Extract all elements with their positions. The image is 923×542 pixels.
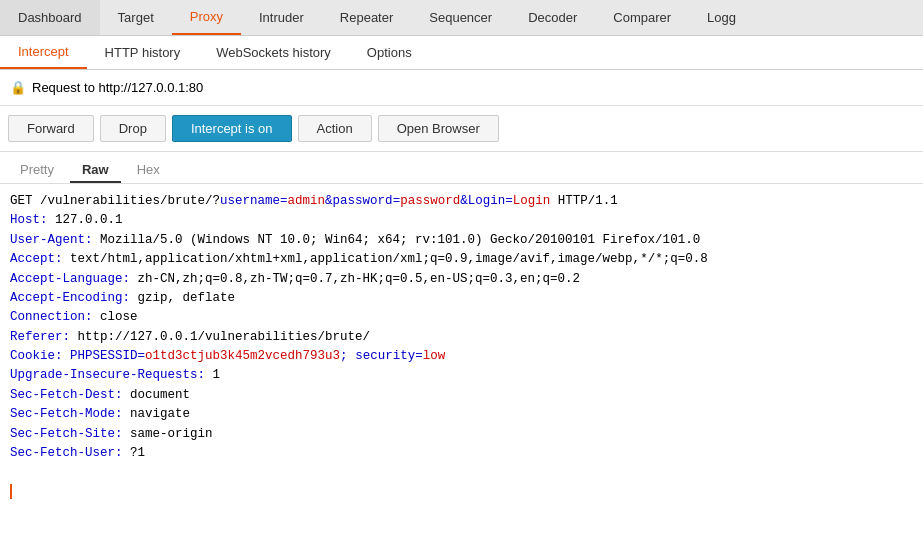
action-button[interactable]: Action xyxy=(298,115,372,142)
header-referer-val: http://127.0.0.1/vulnerabilities/brute/ xyxy=(70,330,370,344)
header-accept-enc-key: Accept-Encoding xyxy=(10,291,123,305)
param-username-val: admin xyxy=(288,194,326,208)
request-bar: 🔒 Request to http://127.0.0.1:80 xyxy=(0,70,923,106)
param-password-key: password xyxy=(333,194,393,208)
cookie-phpsessid-key: PHPSESSID xyxy=(70,349,138,363)
drop-button[interactable]: Drop xyxy=(100,115,166,142)
nav-dashboard[interactable]: Dashboard xyxy=(0,0,100,35)
top-navigation: Dashboard Target Proxy Intruder Repeater… xyxy=(0,0,923,36)
header-accept-key: Accept xyxy=(10,252,55,266)
cookie-security-val: low xyxy=(423,349,446,363)
header-upgrade-val: 1 xyxy=(205,368,220,382)
subnav-intercept[interactable]: Intercept xyxy=(0,36,87,69)
open-browser-button[interactable]: Open Browser xyxy=(378,115,499,142)
header-cookie-key: Cookie xyxy=(10,349,55,363)
intercept-toggle-button[interactable]: Intercept is on xyxy=(172,115,292,142)
tab-pretty[interactable]: Pretty xyxy=(8,158,66,183)
lock-icon: 🔒 xyxy=(10,80,26,95)
nav-repeater[interactable]: Repeater xyxy=(322,0,411,35)
header-sec-user-val: ?1 xyxy=(123,446,146,460)
text-cursor xyxy=(10,484,12,499)
header-host-key: Host xyxy=(10,213,40,227)
param-username-key: username xyxy=(220,194,280,208)
header-ua-val: Mozilla/5.0 (Windows NT 10.0; Win64; x64… xyxy=(93,233,701,247)
header-referer-key: Referer xyxy=(10,330,63,344)
header-sec-mode-key: Sec-Fetch-Mode xyxy=(10,407,115,421)
header-accept-lang-val: zh-CN,zh;q=0.8,zh-TW;q=0.7,zh-HK;q=0.5,e… xyxy=(130,272,580,286)
header-accept-lang-key: Accept-Language xyxy=(10,272,123,286)
header-sec-user-key: Sec-Fetch-User xyxy=(10,446,115,460)
subnav-http-history[interactable]: HTTP history xyxy=(87,36,199,69)
param-login-key: Login xyxy=(468,194,506,208)
param-password-val: password xyxy=(400,194,460,208)
header-sec-dest-val: document xyxy=(123,388,191,402)
request-url: Request to http://127.0.0.1:80 xyxy=(32,80,203,95)
nav-comparer[interactable]: Comparer xyxy=(595,0,689,35)
nav-logger[interactable]: Logg xyxy=(689,0,754,35)
nav-decoder[interactable]: Decoder xyxy=(510,0,595,35)
cookie-security-key: security xyxy=(355,349,415,363)
header-conn-val: close xyxy=(93,310,138,324)
tab-raw[interactable]: Raw xyxy=(70,158,121,183)
sub-navigation: Intercept HTTP history WebSockets histor… xyxy=(0,36,923,70)
header-sec-dest-key: Sec-Fetch-Dest xyxy=(10,388,115,402)
forward-button[interactable]: Forward xyxy=(8,115,94,142)
http-method: GET xyxy=(10,194,33,208)
header-host-val: 127.0.0.1 xyxy=(48,213,123,227)
header-ua-key: User-Agent xyxy=(10,233,85,247)
nav-target[interactable]: Target xyxy=(100,0,172,35)
header-sec-site-val: same-origin xyxy=(123,427,213,441)
header-sec-mode-val: navigate xyxy=(123,407,191,421)
http-request-content[interactable]: GET /vulnerabilities/brute/?username=adm… xyxy=(0,184,923,542)
http-path: /vulnerabilities/brute/? xyxy=(33,194,221,208)
header-accept-enc-val: gzip, deflate xyxy=(130,291,235,305)
subnav-websockets-history[interactable]: WebSockets history xyxy=(198,36,349,69)
tab-hex[interactable]: Hex xyxy=(125,158,172,183)
header-conn-key: Connection xyxy=(10,310,85,324)
param-login-val: Login xyxy=(513,194,551,208)
nav-intruder[interactable]: Intruder xyxy=(241,0,322,35)
header-upgrade-key: Upgrade-Insecure-Requests xyxy=(10,368,198,382)
subnav-options[interactable]: Options xyxy=(349,36,430,69)
nav-sequencer[interactable]: Sequencer xyxy=(411,0,510,35)
cookie-phpsessid-val: o1td3ctjub3k45m2vcedh793u3 xyxy=(145,349,340,363)
view-tabs: Pretty Raw Hex xyxy=(0,152,923,184)
header-accept-val: text/html,application/xhtml+xml,applicat… xyxy=(63,252,708,266)
nav-proxy[interactable]: Proxy xyxy=(172,0,241,35)
toolbar: Forward Drop Intercept is on Action Open… xyxy=(0,106,923,152)
header-sec-site-key: Sec-Fetch-Site xyxy=(10,427,115,441)
http-version: HTTP/1.1 xyxy=(550,194,618,208)
